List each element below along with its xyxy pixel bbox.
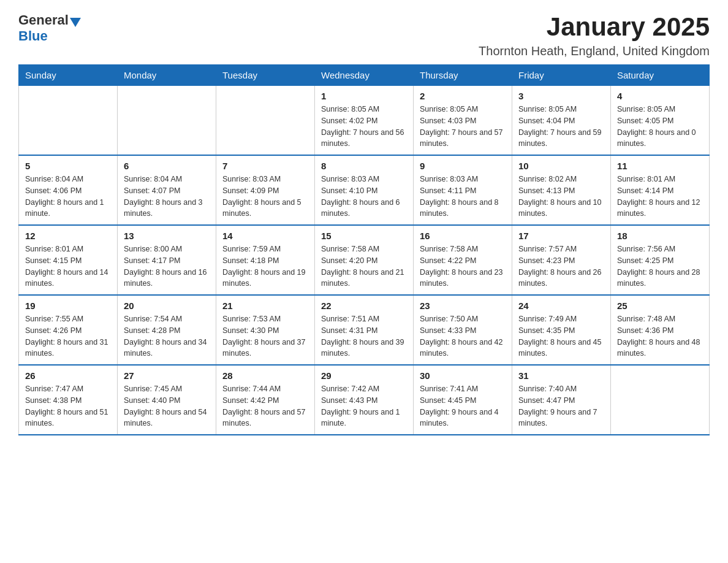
- day-number: 27: [124, 370, 210, 381]
- day-number: 23: [420, 301, 506, 311]
- calendar-header-row: SundayMondayTuesdayWednesdayThursdayFrid…: [19, 65, 710, 86]
- day-number: 1: [321, 91, 407, 101]
- day-number: 11: [617, 161, 703, 171]
- day-number: 29: [321, 370, 407, 381]
- week-row-4: 19Sunrise: 7:55 AMSunset: 4:26 PMDayligh…: [19, 295, 710, 365]
- day-cell-28: 28Sunrise: 7:44 AMSunset: 4:42 PMDayligh…: [216, 365, 315, 435]
- header-sunday: Sunday: [19, 65, 118, 86]
- day-cell-27: 27Sunrise: 7:45 AMSunset: 4:40 PMDayligh…: [118, 365, 216, 435]
- day-info: Sunrise: 8:02 AMSunset: 4:13 PMDaylight:…: [518, 174, 604, 220]
- day-info: Sunrise: 7:58 AMSunset: 4:22 PMDaylight:…: [420, 243, 506, 289]
- day-number: 20: [124, 301, 210, 311]
- day-cell-9: 9Sunrise: 8:03 AMSunset: 4:11 PMDaylight…: [414, 155, 512, 225]
- day-info: Sunrise: 7:42 AMSunset: 4:43 PMDaylight:…: [321, 383, 407, 429]
- week-row-1: 1Sunrise: 8:05 AMSunset: 4:02 PMDaylight…: [19, 86, 710, 156]
- day-cell-11: 11Sunrise: 8:01 AMSunset: 4:14 PMDayligh…: [611, 155, 710, 225]
- day-number: 4: [617, 91, 703, 101]
- day-number: 5: [25, 161, 111, 171]
- day-cell-14: 14Sunrise: 7:59 AMSunset: 4:18 PMDayligh…: [216, 225, 315, 295]
- day-cell-18: 18Sunrise: 7:56 AMSunset: 4:25 PMDayligh…: [611, 225, 710, 295]
- day-number: 26: [25, 370, 111, 381]
- logo-general: General: [18, 12, 69, 28]
- day-info: Sunrise: 8:05 AMSunset: 4:05 PMDaylight:…: [617, 104, 703, 150]
- day-info: Sunrise: 8:01 AMSunset: 4:14 PMDaylight:…: [617, 174, 703, 220]
- day-number: 18: [617, 231, 703, 241]
- calendar: SundayMondayTuesdayWednesdayThursdayFrid…: [18, 64, 710, 435]
- empty-cell: [611, 365, 710, 435]
- header-friday: Friday: [512, 65, 611, 86]
- day-cell-24: 24Sunrise: 7:49 AMSunset: 4:35 PMDayligh…: [512, 295, 611, 365]
- day-info: Sunrise: 8:03 AMSunset: 4:10 PMDaylight:…: [321, 174, 407, 220]
- day-cell-23: 23Sunrise: 7:50 AMSunset: 4:33 PMDayligh…: [414, 295, 512, 365]
- day-number: 19: [25, 301, 111, 311]
- day-info: Sunrise: 8:01 AMSunset: 4:15 PMDaylight:…: [25, 243, 111, 289]
- day-info: Sunrise: 7:59 AMSunset: 4:18 PMDaylight:…: [222, 243, 308, 289]
- day-info: Sunrise: 8:05 AMSunset: 4:04 PMDaylight:…: [518, 104, 604, 150]
- day-info: Sunrise: 8:04 AMSunset: 4:07 PMDaylight:…: [124, 174, 210, 220]
- day-info: Sunrise: 7:51 AMSunset: 4:31 PMDaylight:…: [321, 313, 407, 359]
- day-number: 6: [124, 161, 210, 171]
- day-info: Sunrise: 8:04 AMSunset: 4:06 PMDaylight:…: [25, 174, 111, 220]
- day-cell-22: 22Sunrise: 7:51 AMSunset: 4:31 PMDayligh…: [315, 295, 414, 365]
- day-info: Sunrise: 7:41 AMSunset: 4:45 PMDaylight:…: [420, 383, 506, 429]
- day-info: Sunrise: 7:45 AMSunset: 4:40 PMDaylight:…: [124, 383, 210, 429]
- day-cell-4: 4Sunrise: 8:05 AMSunset: 4:05 PMDaylight…: [611, 86, 710, 156]
- day-cell-16: 16Sunrise: 7:58 AMSunset: 4:22 PMDayligh…: [414, 225, 512, 295]
- day-number: 22: [321, 301, 407, 311]
- day-info: Sunrise: 8:00 AMSunset: 4:17 PMDaylight:…: [124, 243, 210, 289]
- day-info: Sunrise: 7:48 AMSunset: 4:36 PMDaylight:…: [617, 313, 703, 359]
- day-number: 2: [420, 91, 506, 101]
- day-cell-13: 13Sunrise: 8:00 AMSunset: 4:17 PMDayligh…: [118, 225, 216, 295]
- logo: General Blue: [18, 12, 81, 44]
- day-info: Sunrise: 8:03 AMSunset: 4:11 PMDaylight:…: [420, 174, 506, 220]
- page-title: January 2025: [479, 12, 710, 42]
- day-info: Sunrise: 7:40 AMSunset: 4:47 PMDaylight:…: [518, 383, 604, 429]
- day-cell-29: 29Sunrise: 7:42 AMSunset: 4:43 PMDayligh…: [315, 365, 414, 435]
- day-info: Sunrise: 8:05 AMSunset: 4:03 PMDaylight:…: [420, 104, 506, 150]
- day-cell-8: 8Sunrise: 8:03 AMSunset: 4:10 PMDaylight…: [315, 155, 414, 225]
- day-cell-3: 3Sunrise: 8:05 AMSunset: 4:04 PMDaylight…: [512, 86, 611, 156]
- day-cell-26: 26Sunrise: 7:47 AMSunset: 4:38 PMDayligh…: [19, 365, 118, 435]
- header: General Blue January 2025 Thornton Heath…: [18, 12, 710, 58]
- day-number: 9: [420, 161, 506, 171]
- day-cell-1: 1Sunrise: 8:05 AMSunset: 4:02 PMDaylight…: [315, 86, 414, 156]
- day-number: 16: [420, 231, 506, 241]
- day-number: 21: [222, 301, 308, 311]
- logo-blue: Blue: [18, 28, 48, 44]
- day-number: 24: [518, 301, 604, 311]
- day-cell-25: 25Sunrise: 7:48 AMSunset: 4:36 PMDayligh…: [611, 295, 710, 365]
- empty-cell: [216, 86, 315, 156]
- header-saturday: Saturday: [611, 65, 710, 86]
- day-info: Sunrise: 7:54 AMSunset: 4:28 PMDaylight:…: [124, 313, 210, 359]
- day-number: 14: [222, 231, 308, 241]
- day-cell-31: 31Sunrise: 7:40 AMSunset: 4:47 PMDayligh…: [512, 365, 611, 435]
- day-number: 13: [124, 231, 210, 241]
- logo-triangle-icon: [70, 18, 81, 27]
- day-info: Sunrise: 8:03 AMSunset: 4:09 PMDaylight:…: [222, 174, 308, 220]
- day-info: Sunrise: 7:50 AMSunset: 4:33 PMDaylight:…: [420, 313, 506, 359]
- day-info: Sunrise: 7:53 AMSunset: 4:30 PMDaylight:…: [222, 313, 308, 359]
- day-info: Sunrise: 7:56 AMSunset: 4:25 PMDaylight:…: [617, 243, 703, 289]
- day-cell-2: 2Sunrise: 8:05 AMSunset: 4:03 PMDaylight…: [414, 86, 512, 156]
- week-row-3: 12Sunrise: 8:01 AMSunset: 4:15 PMDayligh…: [19, 225, 710, 295]
- header-thursday: Thursday: [414, 65, 512, 86]
- title-area: January 2025 Thornton Heath, England, Un…: [479, 12, 710, 58]
- day-number: 3: [518, 91, 604, 101]
- empty-cell: [118, 86, 216, 156]
- day-number: 12: [25, 231, 111, 241]
- week-row-5: 26Sunrise: 7:47 AMSunset: 4:38 PMDayligh…: [19, 365, 710, 435]
- day-info: Sunrise: 7:58 AMSunset: 4:20 PMDaylight:…: [321, 243, 407, 289]
- day-info: Sunrise: 7:49 AMSunset: 4:35 PMDaylight:…: [518, 313, 604, 359]
- day-number: 30: [420, 370, 506, 381]
- day-cell-20: 20Sunrise: 7:54 AMSunset: 4:28 PMDayligh…: [118, 295, 216, 365]
- subtitle: Thornton Heath, England, United Kingdom: [479, 44, 710, 58]
- day-cell-15: 15Sunrise: 7:58 AMSunset: 4:20 PMDayligh…: [315, 225, 414, 295]
- day-cell-12: 12Sunrise: 8:01 AMSunset: 4:15 PMDayligh…: [19, 225, 118, 295]
- day-number: 10: [518, 161, 604, 171]
- day-cell-17: 17Sunrise: 7:57 AMSunset: 4:23 PMDayligh…: [512, 225, 611, 295]
- week-row-2: 5Sunrise: 8:04 AMSunset: 4:06 PMDaylight…: [19, 155, 710, 225]
- day-info: Sunrise: 7:44 AMSunset: 4:42 PMDaylight:…: [222, 383, 308, 429]
- day-cell-5: 5Sunrise: 8:04 AMSunset: 4:06 PMDaylight…: [19, 155, 118, 225]
- day-cell-19: 19Sunrise: 7:55 AMSunset: 4:26 PMDayligh…: [19, 295, 118, 365]
- day-number: 17: [518, 231, 604, 241]
